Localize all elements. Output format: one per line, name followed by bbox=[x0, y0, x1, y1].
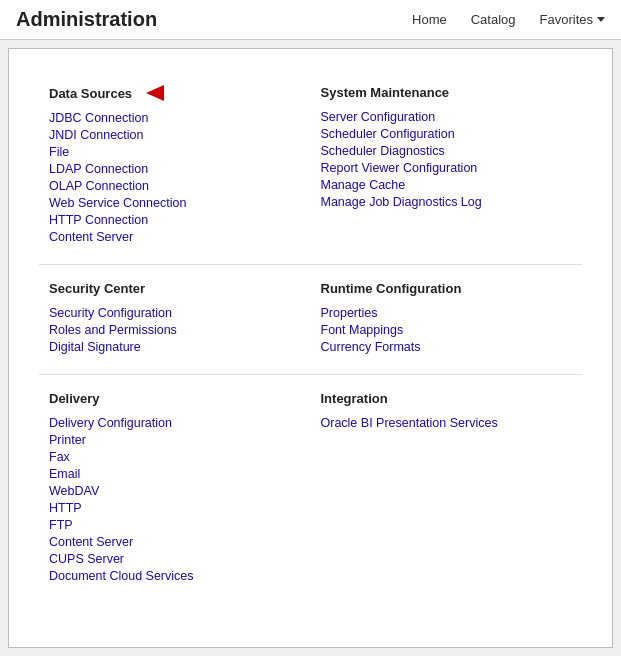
link-email[interactable]: Email bbox=[49, 467, 301, 481]
link-fax[interactable]: Fax bbox=[49, 450, 301, 464]
section-links-data-sources: JDBC ConnectionJNDI ConnectionFileLDAP C… bbox=[49, 111, 301, 244]
section-title-runtime-configuration: Runtime Configuration bbox=[321, 281, 573, 296]
link-security-configuration[interactable]: Security Configuration bbox=[49, 306, 301, 320]
chevron-down-icon bbox=[597, 17, 605, 22]
link-currency-formats[interactable]: Currency Formats bbox=[321, 340, 573, 354]
red-arrow-icon bbox=[146, 85, 164, 101]
section-links-delivery: Delivery ConfigurationPrinterFaxEmailWeb… bbox=[49, 416, 301, 583]
section-title-integration: Integration bbox=[321, 391, 573, 406]
link-olap-connection[interactable]: OLAP Connection bbox=[49, 179, 301, 193]
nav-catalog[interactable]: Catalog bbox=[471, 12, 516, 27]
link-font-mappings[interactable]: Font Mappings bbox=[321, 323, 573, 337]
nav-links: Home Catalog Favorites bbox=[412, 12, 605, 27]
section-runtime-configuration: Runtime ConfigurationPropertiesFont Mapp… bbox=[311, 265, 583, 374]
link-properties[interactable]: Properties bbox=[321, 306, 573, 320]
link-ftp[interactable]: FTP bbox=[49, 518, 301, 532]
top-navigation: Administration Home Catalog Favorites bbox=[0, 0, 621, 40]
link-scheduler-configuration[interactable]: Scheduler Configuration bbox=[321, 127, 573, 141]
link-ldap-connection[interactable]: LDAP Connection bbox=[49, 162, 301, 176]
link-delivery-configuration[interactable]: Delivery Configuration bbox=[49, 416, 301, 430]
link-jdbc-connection[interactable]: JDBC Connection bbox=[49, 111, 301, 125]
link-webdav[interactable]: WebDAV bbox=[49, 484, 301, 498]
nav-home[interactable]: Home bbox=[412, 12, 447, 27]
section-security-center: Security CenterSecurity ConfigurationRol… bbox=[39, 265, 311, 374]
link-digital-signature[interactable]: Digital Signature bbox=[49, 340, 301, 354]
link-server-configuration[interactable]: Server Configuration bbox=[321, 110, 573, 124]
link-cups-server[interactable]: CUPS Server bbox=[49, 552, 301, 566]
section-integration: IntegrationOracle BI Presentation Servic… bbox=[311, 375, 583, 603]
section-delivery: DeliveryDelivery ConfigurationPrinterFax… bbox=[39, 375, 311, 603]
section-links-system-maintenance: Server ConfigurationScheduler Configurat… bbox=[321, 110, 573, 209]
main-content: Data SourcesJDBC ConnectionJNDI Connecti… bbox=[8, 48, 613, 648]
link-roles-and-permissions[interactable]: Roles and Permissions bbox=[49, 323, 301, 337]
section-title-system-maintenance: System Maintenance bbox=[321, 85, 573, 100]
section-links-runtime-configuration: PropertiesFont MappingsCurrency Formats bbox=[321, 306, 573, 354]
link-http-connection[interactable]: HTTP Connection bbox=[49, 213, 301, 227]
link-manage-cache[interactable]: Manage Cache bbox=[321, 178, 573, 192]
section-title-security-center: Security Center bbox=[49, 281, 301, 296]
link-web-service-connection[interactable]: Web Service Connection bbox=[49, 196, 301, 210]
link-printer[interactable]: Printer bbox=[49, 433, 301, 447]
section-links-integration: Oracle BI Presentation Services bbox=[321, 416, 573, 430]
data-sources-header: Data Sources bbox=[49, 85, 301, 101]
link-scheduler-diagnostics[interactable]: Scheduler Diagnostics bbox=[321, 144, 573, 158]
section-title-delivery: Delivery bbox=[49, 391, 301, 406]
link-jndi-connection[interactable]: JNDI Connection bbox=[49, 128, 301, 142]
section-title-data-sources: Data Sources bbox=[49, 85, 301, 101]
link-file[interactable]: File bbox=[49, 145, 301, 159]
nav-favorites[interactable]: Favorites bbox=[540, 12, 605, 27]
sections-grid: Data SourcesJDBC ConnectionJNDI Connecti… bbox=[39, 69, 582, 603]
link-http[interactable]: HTTP bbox=[49, 501, 301, 515]
link-report-viewer-configuration[interactable]: Report Viewer Configuration bbox=[321, 161, 573, 175]
section-data-sources: Data SourcesJDBC ConnectionJNDI Connecti… bbox=[39, 69, 311, 264]
section-links-security-center: Security ConfigurationRoles and Permissi… bbox=[49, 306, 301, 354]
link-content-server[interactable]: Content Server bbox=[49, 230, 301, 244]
link-content-server[interactable]: Content Server bbox=[49, 535, 301, 549]
link-document-cloud-services[interactable]: Document Cloud Services bbox=[49, 569, 301, 583]
link-manage-job-diagnostics-log[interactable]: Manage Job Diagnostics Log bbox=[321, 195, 573, 209]
section-system-maintenance: System MaintenanceServer ConfigurationSc… bbox=[311, 69, 583, 264]
section-title-text: Data Sources bbox=[49, 86, 132, 101]
link-oracle-bi-presentation-services[interactable]: Oracle BI Presentation Services bbox=[321, 416, 573, 430]
app-title: Administration bbox=[16, 8, 157, 31]
